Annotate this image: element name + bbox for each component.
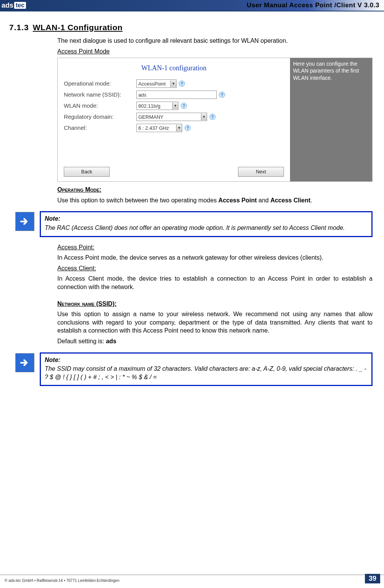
wlan-mode-value: 802.11b/g (138, 103, 160, 110)
ssid-value: ads (138, 92, 146, 99)
ssid-label: Network name (SSID): (64, 91, 136, 99)
help-icon[interactable]: ? (179, 81, 185, 87)
note-label: Note: (45, 215, 368, 223)
reg-value: GERMANY (138, 114, 164, 121)
note-box: Note: The SSID may consist of a maximum … (40, 352, 373, 386)
chevron-down-icon: ▼ (201, 113, 207, 120)
chevron-down-icon: ▼ (172, 102, 178, 109)
help-icon[interactable]: ? (209, 114, 215, 120)
config-screenshot: WLAN-1 configuration Operational mode: A… (57, 58, 373, 182)
wlan-mode-label: WLAN mode: (64, 102, 136, 110)
operating-mode-text: Use this option to switch between the tw… (57, 196, 373, 205)
op-mode-label: Operational mode: (64, 80, 136, 87)
chevron-down-icon: ▼ (176, 124, 182, 131)
note-box: Note: The RAC (Access Client) does not o… (40, 211, 373, 237)
page-number: 39 (365, 574, 380, 583)
next-button[interactable]: Next (238, 167, 284, 177)
note-text: The SSID may consist of a maximum of 32 … (45, 365, 366, 380)
arrow-icon (15, 212, 34, 231)
access-point-text: In Access Point mode, the device serves … (57, 254, 373, 262)
footer: © ads-tec GmbH • Raiffeisenstr.14 • 7077… (0, 575, 384, 583)
back-button[interactable]: Back (64, 167, 110, 177)
access-client-heading: Access Client: (57, 264, 373, 273)
access-point-heading: Access Point: (57, 243, 373, 252)
mode-label: Access Point Mode (57, 47, 373, 56)
section-heading: 7.1.3 WLAN-1 Configuration (0, 23, 384, 32)
section-title: WLAN-1 Configuration (33, 23, 123, 32)
help-icon[interactable]: ? (185, 125, 191, 131)
footer-text: © ads-tec GmbH • Raiffeisenstr.14 • 7077… (0, 578, 119, 583)
chevron-down-icon: ▼ (170, 80, 176, 87)
screenshot-title: WLAN-1 configuration (64, 63, 284, 73)
channel-select[interactable]: 6 : 2.437 GHz ▼ (136, 124, 182, 132)
manual-title: User Manual Access Point /Client V 3.0.3 (247, 2, 379, 9)
reg-select[interactable]: GERMANY ▼ (136, 113, 207, 121)
ssid-input[interactable]: ads (136, 90, 217, 99)
help-icon[interactable]: ? (219, 92, 225, 98)
reg-label: Regulatory domain: (64, 113, 136, 121)
note-2: Note: The SSID may consist of a maximum … (15, 352, 373, 386)
screenshot-sidebar: Here you can configure the WLAN paramter… (290, 58, 372, 181)
note-label: Note: (45, 356, 368, 364)
channel-label: Channel: (64, 124, 136, 132)
screenshot-main: WLAN-1 configuration Operational mode: A… (58, 58, 290, 181)
wlan-mode-select[interactable]: 802.11b/g ▼ (136, 102, 178, 110)
op-mode-select[interactable]: AccessPoint ▼ (136, 79, 177, 88)
logo-suffix: tec (14, 2, 26, 9)
logo: ads tec (0, 0, 26, 11)
op-mode-value: AccessPoint (138, 81, 166, 87)
ssid-heading: Network name (SSID): (57, 300, 373, 308)
note-1: Note: The RAC (Access Client) does not o… (15, 211, 373, 237)
arrow-icon (15, 353, 34, 372)
ssid-text: Use this option to assign a name to your… (57, 310, 373, 335)
header-bar: ads tec User Manual Access Point /Client… (0, 0, 384, 11)
access-client-text: In Access Client mode, the device tries … (57, 275, 373, 291)
ssid-default: Default setting is: ads (57, 337, 373, 346)
help-icon[interactable]: ? (181, 103, 187, 109)
logo-main: ads (2, 2, 13, 10)
channel-value: 6 : 2.437 GHz (138, 125, 169, 132)
operating-mode-heading: Operating Mode: (57, 186, 373, 194)
section-number: 7.1.3 (9, 23, 29, 32)
note-text: The RAC (Access Client) does not offer a… (45, 225, 345, 231)
intro-text: The next dialogue is used to configure a… (57, 37, 373, 45)
